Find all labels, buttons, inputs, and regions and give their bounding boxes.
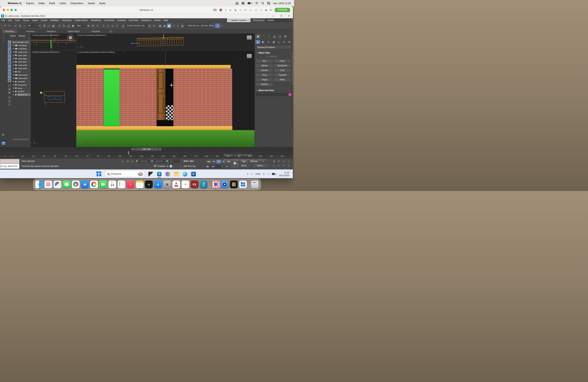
ribbon-tab-freeform[interactable]: Freeform — [23, 30, 38, 33]
scene-item-porta[interactable]: porta — [12, 86, 31, 90]
battery-icon[interactable] — [248, 2, 252, 4]
render-flyout-icon[interactable]: » — [221, 24, 222, 27]
dock-facetime-icon[interactable] — [99, 180, 107, 188]
explorer-display-menu[interactable]: Display — [19, 35, 25, 37]
mirror-icon[interactable]: ◫ — [147, 23, 152, 28]
scene-item-layer-arma[interactable]: Layer:arma — [12, 50, 31, 54]
create-teapot-button[interactable]: Teapot — [256, 78, 273, 82]
restore-button[interactable]: ❐ — [277, 15, 285, 17]
explorer-select-menu[interactable]: Select — [10, 35, 16, 37]
display-helpers-icon[interactable]: ◺ — [8, 54, 11, 58]
ribbon-tab-populate[interactable]: Populate — [89, 30, 103, 33]
display-bones-icon[interactable]: ✐ — [8, 68, 11, 72]
taskbar-3dsmax-icon[interactable]: 3 — [156, 171, 163, 177]
display-containers-icon[interactable]: ▤ — [8, 72, 11, 75]
set-key-button[interactable]: Set K. — [240, 164, 248, 167]
visibility-eye-icon[interactable] — [13, 74, 15, 75]
create-geosphere-button[interactable]: GeoSphere — [274, 64, 291, 67]
dock-trash-icon[interactable] — [251, 180, 259, 188]
taskbar-file-explorer-icon[interactable] — [173, 171, 180, 177]
scene-explorer-toggle-icon[interactable]: ▤ — [158, 23, 162, 28]
object-color-swatch[interactable] — [288, 93, 292, 96]
object-type-rollout[interactable]: ▼Object Type — [256, 51, 291, 54]
viewport-left-label[interactable]: [+] [Left ] [Standard ] [Wireframe ] — [32, 51, 60, 53]
display-cameras-icon[interactable]: ◨ — [8, 51, 11, 54]
project-folder-dropdown[interactable]: C:\Mac\Home\...3ds Max 2023 — [186, 24, 212, 27]
filters-button[interactable]: Filters... — [253, 164, 268, 167]
display-spacewarps-icon[interactable]: ≋ — [8, 58, 11, 61]
schematic-view-icon[interactable]: ⇓ — [176, 23, 180, 28]
viewcube-main[interactable] — [247, 54, 252, 58]
dock-windows-icon[interactable] — [239, 180, 247, 188]
ribbon-minimize-icon[interactable]: ▼ — [109, 30, 112, 33]
set-keys-button[interactable]: ✚ — [231, 159, 239, 168]
viewport-top-label[interactable]: [+] [Top ] [Standard ] [Wireframe ] — [32, 34, 59, 36]
container-icon[interactable]: ⌂ — [8, 103, 11, 106]
dock-autocad-icon[interactable]: ACAD — [172, 180, 180, 188]
viewport-front[interactable]: [+] [Front ] [Standard ] [Wireframe ]▼ z… — [76, 33, 254, 50]
scene-item-spot001[interactable]: Spot001 — [12, 90, 31, 93]
scene-item-layer-lajes[interactable]: Layer:lajes — [12, 57, 31, 60]
layer-explorer-icon[interactable] — [1, 142, 5, 145]
display-geometry-icon[interactable]: ● — [8, 41, 11, 43]
dock-parallels-icon[interactable] — [212, 180, 220, 188]
visibility-eye-icon[interactable] — [13, 91, 15, 92]
visibility-eye-icon[interactable] — [13, 81, 15, 82]
key-filters-icon[interactable]: ∩ — [249, 164, 251, 167]
explorer-hscrollbar[interactable] — [12, 139, 29, 140]
percent-snap-icon[interactable]: % — [110, 23, 115, 28]
create-tab-icon[interactable]: ✚ — [255, 34, 261, 39]
menubar-clock[interactable]: sex. 14/11 11:32 — [273, 2, 291, 5]
create-textplus-button[interactable]: TextPlus — [256, 83, 273, 86]
name-color-rollout[interactable]: ▼Name and Color — [256, 88, 291, 91]
filter-icon[interactable]: ▽ — [8, 100, 11, 103]
selected-set-dropdown[interactable]: Selected — [249, 160, 265, 163]
macos-menu-windows-11[interactable]: Windows 11 — [8, 2, 21, 5]
reference-coordinate-dropdown[interactable]: View — [75, 24, 86, 27]
helpers-icon[interactable]: ◺ — [276, 40, 281, 44]
dock-messages-icon[interactable] — [63, 180, 71, 188]
go-start-icon[interactable]: |◀◀ — [206, 160, 211, 163]
create-cone-button[interactable]: Cone — [274, 59, 291, 63]
ribbon-tab-modeling[interactable]: Modeling — [2, 30, 17, 33]
hidden-icon[interactable]: ◉ — [8, 79, 11, 82]
snap-3d-icon[interactable]: 3 — [101, 23, 106, 28]
autogrid-checkbox[interactable] — [266, 56, 268, 58]
viewport-top[interactable]: [+] [Top ] [Standard ] [Wireframe ]▼ y z… — [31, 33, 76, 50]
create-torus-button[interactable]: Torus — [256, 73, 273, 77]
create-plane-button[interactable]: Plane — [274, 78, 291, 82]
selection-filter-dropdown[interactable]: All — [27, 24, 38, 27]
menu-views[interactable]: Views — [31, 19, 39, 22]
taskbar-copilot-icon[interactable] — [165, 171, 171, 177]
ribbon-toggle-icon[interactable]: ▦ — [167, 23, 171, 28]
user-account-menu[interactable]: Matilde Cardinho▼ — [227, 18, 250, 22]
visibility-eye-icon[interactable] — [13, 61, 15, 63]
scene-item-layer-pare[interactable]: Layer:pare — [12, 60, 31, 64]
scene-item-lote[interactable]: lote — [12, 70, 31, 73]
unlink-selection-icon[interactable]: ⊘ — [18, 23, 22, 28]
dock-appletv-icon[interactable]: tv — [145, 180, 153, 188]
dock-blue-utility-icon[interactable] — [221, 180, 229, 188]
taskbar-battery-icon[interactable] — [272, 173, 276, 175]
material-editor-icon[interactable]: ◍ — [180, 23, 185, 28]
zoom-icon[interactable]: ◎ — [272, 159, 276, 163]
list-view-icon[interactable]: ≡ — [8, 84, 11, 87]
keyboard-override-icon[interactable]: ⇧ — [95, 23, 100, 28]
dock-3dsmax-icon[interactable]: 3MAX — [200, 180, 208, 188]
go-end-icon[interactable]: ▶▶| — [227, 160, 231, 163]
select-scale-icon[interactable]: ◱ — [66, 23, 71, 28]
viewport-main-label[interactable]: [+] [convidado ] [Standard ] [Default Sh… — [78, 51, 115, 53]
freeze-icon[interactable]: ❄ — [8, 75, 11, 79]
visibility-eye-icon[interactable] — [13, 78, 15, 79]
maxscript-listener-line[interactable]: Array modifier — [0, 164, 20, 169]
dock-launchpad-icon[interactable] — [44, 180, 52, 188]
rect-selection-region-icon[interactable]: ▢ — [47, 23, 51, 28]
render-setup-icon[interactable]: ◔ — [215, 23, 220, 28]
command-panel-scrollbar[interactable] — [292, 51, 293, 129]
filter-config-icon[interactable]: ▽ — [8, 96, 11, 99]
scene-item-omni001[interactable]: Omni001 — [12, 80, 31, 83]
angle-snap-icon[interactable]: ∠ — [106, 23, 110, 28]
timeline-ruler[interactable]: ∿ 01020304050607080901001101201301401501… — [0, 151, 293, 158]
scene-item-layer-porta[interactable]: Layer:porta — [12, 64, 31, 67]
create-tube-button[interactable]: Tube — [274, 68, 291, 72]
